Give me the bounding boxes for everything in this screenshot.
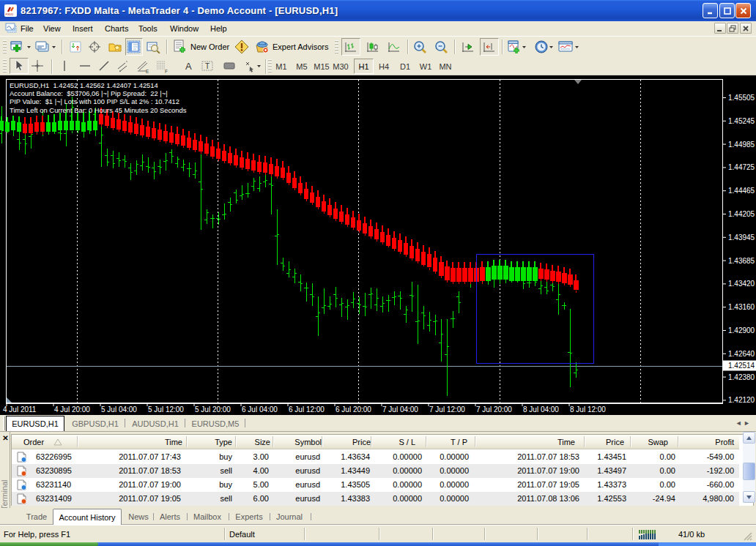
svg-text:1.44205: 1.44205 [728, 210, 755, 218]
svg-text:8 Jul 04:00: 8 Jul 04:00 [523, 405, 559, 414]
svg-text:1.43945: 1.43945 [728, 233, 755, 242]
svg-text:PIP Value: $1 |~| Lots with 1: PIP Value: $1 |~| Lots with 100 PIP S/L … [10, 97, 179, 105]
svg-text:1.42380: 1.42380 [728, 373, 755, 381]
svg-text:5 Jul 12:00: 5 Jul 12:00 [148, 405, 184, 414]
svg-text:7 Jul 04:00: 7 Jul 04:00 [382, 405, 418, 414]
svg-text:5 Jul 04:00: 5 Jul 04:00 [101, 405, 137, 414]
svg-text:1.44465: 1.44465 [728, 187, 755, 195]
svg-text:6 Jul 12:00: 6 Jul 12:00 [289, 405, 325, 414]
svg-text:1.42120: 1.42120 [728, 396, 755, 404]
svg-text:T: T [205, 62, 210, 70]
svg-text:1.43420: 1.43420 [728, 280, 755, 288]
svg-text:1.42640: 1.42640 [728, 350, 755, 358]
svg-text:Time Left on Current Bar: 0 Ho: Time Left on Current Bar: 0 Hours 45 Min… [10, 106, 187, 114]
svg-text:5 Jul 20:00: 5 Jul 20:00 [195, 405, 231, 414]
svg-text:7 Jul 12:00: 7 Jul 12:00 [429, 405, 465, 414]
svg-text:1.45505: 1.45505 [728, 94, 755, 102]
svg-text:Account Balance: $53706,06 |~: Account Balance: $53706,06 |~| Pip Sprea… [10, 89, 168, 97]
svg-text:1.45245: 1.45245 [728, 117, 755, 125]
svg-text:1.42900: 1.42900 [728, 326, 755, 334]
svg-text:F: F [165, 69, 168, 73]
svg-text:7 Jul 20:00: 7 Jul 20:00 [476, 405, 512, 414]
svg-text:E: E [146, 69, 149, 73]
svg-text:6 Jul 04:00: 6 Jul 04:00 [242, 405, 278, 414]
svg-text:1.42514: 1.42514 [728, 362, 755, 370]
svg-text:8 Jul 12:00: 8 Jul 12:00 [570, 405, 606, 414]
svg-text:A: A [185, 61, 192, 72]
svg-text:FXDD: FXDD [6, 12, 14, 16]
svg-text:1.43160: 1.43160 [728, 303, 755, 311]
svg-text:1.44725: 1.44725 [728, 163, 755, 171]
svg-text:4 Jul 20:00: 4 Jul 20:00 [54, 405, 90, 414]
svg-text:EURUSD,H1 1.42452 1.42562 1.4: EURUSD,H1 1.42452 1.42562 1.42407 1.4251… [10, 81, 158, 89]
svg-text:1.44985: 1.44985 [728, 141, 755, 149]
svg-text:1.43685: 1.43685 [728, 257, 755, 265]
svg-text:6 Jul 20:00: 6 Jul 20:00 [336, 405, 371, 414]
svg-text:4 Jul 2011: 4 Jul 2011 [3, 405, 37, 414]
